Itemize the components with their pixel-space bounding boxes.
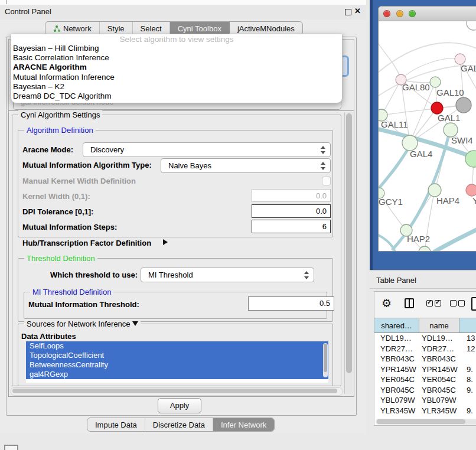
table-body[interactable]: YDL19…YDL19…13YDR27…YDR27…12YBR043CYBR04…	[374, 333, 476, 418]
algorithm-option[interactable]: ARACNE Algorithm	[11, 63, 342, 72]
tab-jactivemnodules[interactable]: jActiveMNodules	[230, 22, 302, 35]
kernel-width-input[interactable]: 0.0	[252, 189, 331, 202]
network-window-titlebar[interactable]	[379, 6, 476, 21]
node-label: GAL80	[402, 82, 430, 92]
table-cell: YPR145W	[419, 364, 459, 375]
attribute-item[interactable]: SelfLoops	[26, 341, 328, 351]
node[interactable]	[419, 246, 431, 252]
node[interactable]	[467, 21, 476, 30]
checked-checkbox-icon[interactable]	[435, 300, 441, 306]
node[interactable]	[456, 97, 471, 113]
tab-network[interactable]: Network	[45, 22, 100, 35]
table-horizontal-scrollbar[interactable]	[376, 419, 476, 425]
network-window[interactable]: GALGAL80GAL10GAL1GAL11SWI4GAL4HAP4YGCY1H…	[378, 6, 476, 252]
table-cell: 12	[459, 344, 476, 354]
algorithm-option[interactable]: Mutual Information Inference	[11, 73, 342, 82]
algorithm-option[interactable]: Bayesian – Hill Climbing	[11, 44, 342, 53]
node-y[interactable]	[466, 184, 476, 196]
table-cell: YIL052C	[374, 416, 419, 418]
network-graph: GALGAL80GAL10GAL1GAL11SWI4GAL4HAP4YGCY1H…	[379, 21, 476, 252]
vertical-scrollbar[interactable]	[344, 112, 353, 394]
table-cell: YER054C	[419, 374, 459, 385]
tab-style[interactable]: Style	[100, 22, 133, 35]
which-threshold-combobox[interactable]: MI Threshold	[141, 268, 314, 282]
table-row[interactable]: YDL19…YDL19…13	[374, 333, 476, 344]
table-cell	[459, 395, 476, 406]
node-label: GAL4	[410, 149, 432, 159]
which-threshold-label: Which threshold to use:	[50, 270, 138, 279]
tab-select[interactable]: Select	[133, 22, 170, 35]
data-attributes-label: Data Attributes	[21, 332, 76, 341]
node-label: GAL11	[381, 119, 408, 129]
network-canvas[interactable]: GALGAL80GAL10GAL1GAL11SWI4GAL4HAP4YGCY1H…	[379, 21, 476, 251]
network-edge-thick[interactable]	[379, 231, 395, 252]
minimize-traffic-light[interactable]	[396, 10, 403, 17]
table-cell: YDL19…	[374, 333, 419, 344]
tab-impute-data[interactable]: Impute Data	[87, 418, 145, 431]
column-header-name[interactable]: name	[419, 318, 459, 332]
unchecked-checkbox-icon[interactable]	[450, 300, 457, 306]
close-icon[interactable]: ✕	[354, 6, 361, 15]
mi-steps-input[interactable]: 6	[252, 220, 331, 233]
hub-definition-label: Hub/Transcription Factor Definition	[22, 239, 151, 247]
column-header-third[interactable]	[459, 318, 476, 332]
attribute-item[interactable]: gal4RGexp	[26, 370, 328, 379]
mi-steps-label: Mutual Information Steps:	[22, 223, 117, 231]
table-row[interactable]: YIL052CYIL052C9	[374, 416, 476, 418]
dpi-tolerance-input[interactable]: 0.0	[252, 204, 331, 218]
table-row[interactable]: YBR043CYBR043C	[374, 354, 476, 364]
unchecked-checkbox-icon[interactable]	[458, 300, 465, 306]
table-row[interactable]: YBL079WYBL079W	[374, 395, 476, 406]
expand-right-icon[interactable]	[163, 239, 168, 245]
stepper-icon	[304, 271, 309, 279]
column-header-shared[interactable]: shared…	[374, 318, 419, 332]
gear-icon[interactable]: ⚙	[382, 296, 392, 310]
columns-icon[interactable]	[405, 298, 414, 308]
table-cell: 9.	[459, 385, 476, 396]
node-gal1[interactable]	[431, 102, 443, 114]
tab-cyni-toolbox[interactable]: Cyni Toolbox	[170, 22, 230, 35]
table-cell: YBR045C	[419, 385, 459, 396]
network-edge[interactable]	[379, 39, 401, 80]
table-row[interactable]: YBR045CYBR045C9.	[374, 385, 476, 396]
dpi-tolerance-label: DPI Tolerance [0,1]:	[22, 207, 93, 216]
node-label: HAP4	[436, 195, 459, 206]
algorithm-dropdown[interactable]: Select algorithm to view settings Bayesi…	[11, 34, 343, 103]
data-attributes-list[interactable]: SelfLoopsTopologicalCoefficientBetweenne…	[26, 341, 328, 383]
network-edge[interactable]	[401, 58, 460, 80]
list-scrollbar[interactable]	[323, 343, 328, 377]
page-icon[interactable]	[471, 297, 476, 311]
network-edge-thick[interactable]	[435, 229, 476, 252]
table-row[interactable]: YER054CYER054C8.	[374, 374, 476, 385]
node-label: GAL	[461, 63, 476, 73]
horizontal-scrollbar[interactable]	[11, 387, 343, 396]
mi-threshold-input[interactable]: 0.5	[248, 296, 334, 311]
control-panel: Control Panel ✕ NetworkStyleSelectCyni T…	[0, 5, 366, 434]
zoom-traffic-light[interactable]	[409, 10, 416, 17]
tab-discretize-data[interactable]: Discretize Data	[145, 418, 213, 431]
node-hap4[interactable]	[428, 184, 441, 197]
collapse-down-icon[interactable]	[132, 321, 138, 326]
checked-checkbox-icon[interactable]	[426, 300, 433, 306]
table-cell: YDR27…	[374, 344, 419, 354]
apply-button[interactable]: Apply	[158, 398, 201, 413]
table-row[interactable]: YPR145WYPR145W9.	[374, 364, 476, 375]
close-traffic-light[interactable]	[383, 10, 390, 17]
attribute-item[interactable]: TopologicalCoefficient	[26, 351, 328, 360]
attribute-item[interactable]: BetweennessCentrality	[26, 360, 328, 370]
algorithm-option[interactable]: Bayesian – K2	[11, 82, 342, 92]
table-row[interactable]: YLR345WYLR345W9.	[374, 406, 476, 416]
mi-algorithm-type-combobox[interactable]: Naive Bayes	[161, 158, 331, 173]
table-row[interactable]: YDR27…YDR27…12	[374, 344, 476, 354]
float-window-icon[interactable]	[345, 9, 351, 15]
algorithm-definition-title: Algorithm Definition	[24, 126, 96, 135]
tab-infer-network[interactable]: Infer Network	[213, 418, 274, 431]
manual-kernel-checkbox[interactable]	[322, 177, 331, 185]
node-gal10[interactable]	[430, 77, 441, 87]
algorithm-option[interactable]: Basic Correlation Inference	[11, 53, 342, 63]
dropdown-item-list: Bayesian – Hill ClimbingBasic Correlatio…	[11, 44, 342, 101]
aracne-mode-combobox[interactable]: Discovery	[83, 142, 331, 157]
algorithm-option[interactable]: Dream8 DC_TDC Algorithm	[11, 92, 342, 101]
table-cell: YLR345W	[374, 406, 419, 416]
collapsed-panel-icon[interactable]	[4, 445, 18, 450]
